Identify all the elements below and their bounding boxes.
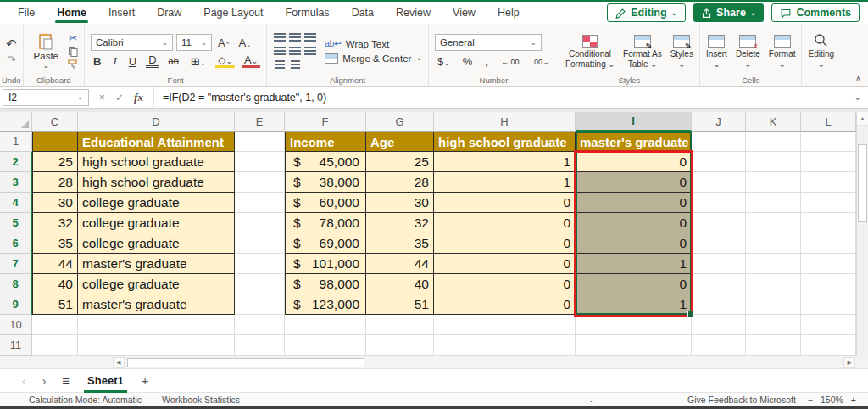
tab-insert[interactable]: Insert [97, 2, 146, 24]
expand-formula-bar-icon[interactable]: ⌄ [854, 92, 868, 102]
double-underline-button[interactable]: D [146, 54, 159, 68]
vertical-scroll-thumb[interactable] [858, 144, 867, 222]
delete-cells-button[interactable]: × Delete⌄ [736, 35, 760, 69]
cell-C4[interactable]: 30 [32, 193, 78, 213]
cell-I6[interactable]: 0 [576, 233, 692, 254]
cell-D5[interactable]: college graduate [78, 213, 235, 233]
cell-H4[interactable]: 0 [434, 193, 576, 213]
cell-F3[interactable]: $38,000 [285, 172, 366, 193]
cell-K11[interactable] [746, 335, 801, 356]
cell-I3[interactable]: 0 [576, 172, 692, 193]
cell-G6[interactable]: 35 [366, 233, 434, 254]
cell-styles-button[interactable]: ✎ Styles⌄ [670, 35, 693, 69]
cell-J9[interactable] [692, 294, 746, 315]
cell-H2[interactable]: 1 [434, 152, 576, 172]
cell-E9[interactable] [235, 294, 285, 315]
cell-C1[interactable] [32, 132, 78, 152]
zoom-level[interactable]: 150% [821, 395, 843, 405]
cell-C8[interactable]: 40 [32, 274, 78, 294]
cell-G8[interactable]: 40 [366, 274, 434, 294]
tab-view[interactable]: View [442, 2, 487, 24]
italic-button[interactable]: I [110, 54, 119, 68]
align-center-icon[interactable] [289, 47, 301, 55]
cell-F2[interactable]: $45,000 [285, 152, 366, 172]
increase-font-icon[interactable]: A⌃ [215, 36, 233, 49]
paste-button[interactable]: Paste ⌄ [30, 31, 63, 71]
cell-G10[interactable] [366, 315, 434, 335]
cell-G5[interactable]: 32 [366, 213, 434, 233]
horizontal-scrollbar[interactable]: ◄ ► [0, 356, 868, 368]
cell-L10[interactable] [801, 315, 856, 335]
insert-function-icon[interactable]: fx [134, 91, 143, 104]
cell-L6[interactable] [801, 233, 856, 254]
next-sheet-icon[interactable]: › [42, 374, 47, 388]
zoom-in-icon[interactable]: + [851, 395, 856, 405]
scroll-right-icon[interactable]: ► [843, 357, 855, 368]
column-header-J[interactable]: J [692, 112, 746, 132]
cut-icon[interactable]: ✂ [69, 32, 77, 44]
fill-handle[interactable] [687, 311, 694, 317]
row-header-10[interactable]: 10 [0, 315, 32, 335]
decrease-decimal-button[interactable]: .00→ [529, 58, 553, 66]
zoom-out-icon[interactable]: − [808, 395, 813, 405]
cell-G1[interactable]: Age [366, 132, 434, 152]
cell-I5[interactable]: 0 [576, 213, 692, 233]
cell-L8[interactable] [801, 274, 856, 294]
undo-icon[interactable]: ↶ [6, 36, 17, 52]
cell-E11[interactable] [235, 335, 285, 356]
vertical-scrollbar[interactable]: ▲ [856, 112, 868, 356]
cell-E10[interactable] [235, 315, 285, 335]
conditional-formatting-button[interactable]: ConditionalFormatting ⌄ [565, 35, 615, 69]
align-middle-icon[interactable] [289, 33, 301, 42]
cell-C10[interactable] [32, 315, 78, 335]
cell-D4[interactable]: college graduate [78, 193, 235, 213]
column-header-E[interactable]: E [235, 112, 285, 132]
add-sheet-icon[interactable]: + [142, 373, 149, 388]
row-header-2[interactable]: 2 [0, 152, 32, 172]
cell-K10[interactable] [746, 315, 801, 335]
increase-indent-icon[interactable] [291, 60, 300, 69]
column-header-H[interactable]: H [434, 112, 576, 132]
workbook-statistics-button[interactable]: Workbook Statistics [162, 395, 240, 405]
cell-L3[interactable] [801, 172, 856, 193]
tab-home[interactable]: Home [46, 2, 97, 24]
name-box[interactable]: I2 ⌄ [3, 89, 89, 106]
cell-H3[interactable]: 1 [434, 172, 576, 193]
cell-F7[interactable]: $101,000 [285, 254, 366, 274]
cell-K8[interactable] [746, 274, 801, 294]
cell-C3[interactable]: 28 [32, 172, 78, 193]
cell-J8[interactable] [692, 274, 746, 294]
cell-F9[interactable]: $123,000 [285, 294, 366, 315]
number-format-select[interactable]: General⌄ [435, 34, 542, 51]
cell-F4[interactable]: $60,000 [285, 193, 366, 213]
tab-help[interactable]: Help [487, 2, 531, 24]
tab-draw[interactable]: Draw [146, 2, 192, 24]
column-header-D[interactable]: D [78, 112, 235, 132]
select-all-corner[interactable] [0, 112, 32, 132]
cell-L1[interactable] [801, 132, 856, 152]
row-header-9[interactable]: 9 [0, 294, 32, 315]
cell-L9[interactable] [801, 294, 856, 315]
decrease-font-icon[interactable]: A⌄ [236, 36, 254, 49]
cell-H11[interactable] [434, 335, 576, 356]
cell-L5[interactable] [801, 213, 856, 233]
column-header-C[interactable]: C [32, 112, 78, 132]
row-header-11[interactable]: 11 [0, 335, 32, 356]
calc-mode-status[interactable]: Calculation Mode: Automatic [29, 395, 142, 405]
cell-K2[interactable] [746, 152, 801, 172]
cell-D10[interactable] [78, 315, 235, 335]
cell-H9[interactable]: 0 [434, 294, 576, 315]
row-header-5[interactable]: 5 [0, 213, 32, 233]
cell-L11[interactable] [801, 335, 856, 356]
cell-J5[interactable] [692, 213, 746, 233]
cell-I2[interactable]: 0 [576, 152, 692, 172]
cell-E7[interactable] [235, 254, 285, 274]
cell-L7[interactable] [801, 254, 856, 274]
cell-G2[interactable]: 25 [366, 152, 434, 172]
increase-decimal-button[interactable]: ←.00 [498, 58, 522, 66]
sheet-list-icon[interactable]: ≡ [62, 373, 70, 388]
cell-G11[interactable] [366, 335, 434, 356]
font-name-select[interactable]: Calibri⌄ [91, 34, 173, 51]
cell-H10[interactable] [434, 315, 576, 335]
cell-C9[interactable]: 51 [32, 294, 78, 315]
